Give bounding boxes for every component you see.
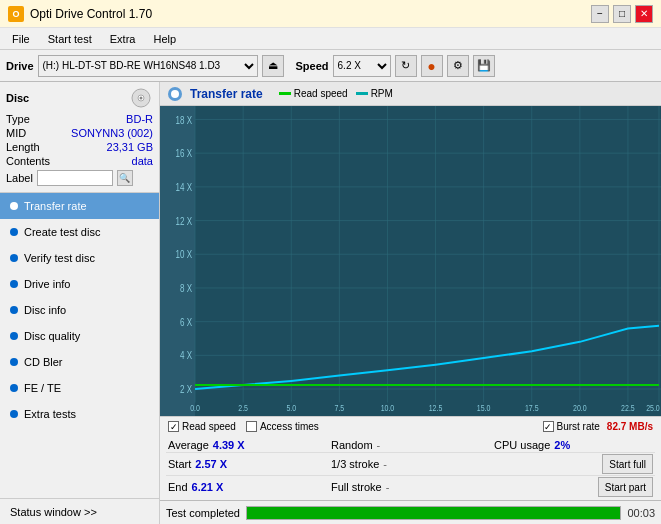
stat-random: Random - xyxy=(329,438,492,452)
chart-header: Transfer rate Read speed RPM xyxy=(160,82,661,106)
nav-label-disc-info: Disc info xyxy=(24,304,66,316)
disc-panel: Disc Type BD-R MID SONYNN3 (002 xyxy=(0,82,159,193)
nav-dot xyxy=(10,280,18,288)
menu-extra[interactable]: Extra xyxy=(102,31,144,47)
app-window: O Opti Drive Control 1.70 − □ ✕ File Sta… xyxy=(0,0,661,524)
nav-dot xyxy=(10,202,18,210)
legend-row: ✓ Read speed Access times ✓ Burst rate 8… xyxy=(160,416,661,436)
eject-button[interactable]: ⏏ xyxy=(262,55,284,77)
nav-label-disc-quality: Disc quality xyxy=(24,330,80,342)
burn-button[interactable]: ● xyxy=(421,55,443,77)
nav-dot xyxy=(10,306,18,314)
title-controls: − □ ✕ xyxy=(591,5,653,23)
disc-label-row: Label 🔍 xyxy=(6,168,153,188)
menu-start-test[interactable]: Start test xyxy=(40,31,100,47)
stat-end: End 6.21 X xyxy=(166,476,329,498)
nav-create-test-disc[interactable]: Create test disc xyxy=(0,219,159,245)
refresh-button[interactable]: ↻ xyxy=(395,55,417,77)
svg-text:16 X: 16 X xyxy=(176,147,193,159)
nav-cd-bler[interactable]: CD Bler xyxy=(0,349,159,375)
save-button[interactable]: 💾 xyxy=(473,55,495,77)
nav-verify-test-disc[interactable]: Verify test disc xyxy=(0,245,159,271)
drive-row: Drive (H:) HL-DT-ST BD-RE WH16NS48 1.D3 … xyxy=(0,50,661,82)
sidebar: Disc Type BD-R MID SONYNN3 (002 xyxy=(0,82,160,524)
title-bar: O Opti Drive Control 1.70 − □ ✕ xyxy=(0,0,661,28)
stat-start: Start 2.57 X xyxy=(166,453,329,475)
menu-file[interactable]: File xyxy=(4,31,38,47)
cpu-label: CPU usage xyxy=(494,439,550,451)
start-part-button[interactable]: Start part xyxy=(598,477,653,497)
read-speed-legend-text: Read speed xyxy=(182,421,236,432)
stats-row-1: Average 4.39 X Random - CPU usage 2% xyxy=(166,438,655,453)
menu-help[interactable]: Help xyxy=(145,31,184,47)
nav-dot xyxy=(10,410,18,418)
stats-row-3: End 6.21 X Full stroke - Start part xyxy=(166,476,655,498)
start-full-button[interactable]: Start full xyxy=(602,454,653,474)
svg-text:7.5: 7.5 xyxy=(334,402,344,413)
burst-rate-legend-text: Burst rate xyxy=(557,421,600,432)
chart-title: Transfer rate xyxy=(190,87,263,101)
nav-extra-tests[interactable]: Extra tests xyxy=(0,401,159,427)
maximize-button[interactable]: □ xyxy=(613,5,631,23)
nav-drive-info[interactable]: Drive info xyxy=(0,271,159,297)
label-input[interactable] xyxy=(37,170,113,186)
nav-label-drive-info: Drive info xyxy=(24,278,70,290)
drive-select[interactable]: (H:) HL-DT-ST BD-RE WH16NS48 1.D3 xyxy=(38,55,258,77)
minimize-button[interactable]: − xyxy=(591,5,609,23)
type-val: BD-R xyxy=(126,113,153,125)
nav-fe-te[interactable]: FE / TE xyxy=(0,375,159,401)
menu-bar: File Start test Extra Help xyxy=(0,28,661,50)
random-label: Random xyxy=(331,439,373,451)
start-part-cell: Start part xyxy=(492,476,655,498)
burst-rate-checkbox[interactable]: ✓ xyxy=(543,421,554,432)
nav-dot xyxy=(10,358,18,366)
disc-type-row: Type BD-R xyxy=(6,112,153,126)
rpm-legend: RPM xyxy=(356,88,393,99)
nav-dot xyxy=(10,384,18,392)
title-bar-left: O Opti Drive Control 1.70 xyxy=(8,6,152,22)
length-key: Length xyxy=(6,141,40,153)
status-window-button[interactable]: Status window >> xyxy=(0,498,159,524)
access-times-checkbox[interactable] xyxy=(246,421,257,432)
read-speed-legend: Read speed xyxy=(279,88,348,99)
svg-text:22.5: 22.5 xyxy=(621,402,635,413)
svg-text:20.0: 20.0 xyxy=(573,402,587,413)
nav-dot xyxy=(10,228,18,236)
progress-bar-outer xyxy=(246,506,621,520)
stats-row-2: Start 2.57 X 1/3 stroke - Start full xyxy=(166,453,655,476)
disc-length-row: Length 23,31 GB xyxy=(6,140,153,154)
label-btn[interactable]: 🔍 xyxy=(117,170,133,186)
svg-text:15.0: 15.0 xyxy=(477,402,491,413)
settings-button[interactable]: ⚙ xyxy=(447,55,469,77)
stroke-label: 1/3 stroke xyxy=(331,458,379,470)
chart-container: 18 X 16 X 14 X 12 X 10 X 8 X 6 X 4 X 2 X… xyxy=(160,106,661,416)
svg-text:17.5: 17.5 xyxy=(525,402,539,413)
svg-point-2 xyxy=(140,97,143,100)
svg-text:25.0 GB: 25.0 GB xyxy=(646,402,661,413)
read-speed-legend-label: Read speed xyxy=(294,88,348,99)
nav-transfer-rate[interactable]: Transfer rate xyxy=(0,193,159,219)
svg-text:6 X: 6 X xyxy=(180,315,193,327)
svg-text:10 X: 10 X xyxy=(176,248,193,260)
svg-text:10.0: 10.0 xyxy=(381,402,395,413)
average-val: 4.39 X xyxy=(213,439,245,451)
close-button[interactable]: ✕ xyxy=(635,5,653,23)
chart-icon xyxy=(168,87,182,101)
speed-select[interactable]: 6.2 X xyxy=(333,55,391,77)
start-val: 2.57 X xyxy=(195,458,227,470)
start-label: Start xyxy=(168,458,191,470)
read-speed-checkbox[interactable]: ✓ xyxy=(168,421,179,432)
status-text: Test completed xyxy=(166,507,240,519)
nav-disc-info[interactable]: Disc info xyxy=(0,297,159,323)
stats-area: Average 4.39 X Random - CPU usage 2% xyxy=(160,436,661,500)
svg-text:0.0: 0.0 xyxy=(190,402,200,413)
cpu-val: 2% xyxy=(554,439,570,451)
disc-contents-row: Contents data xyxy=(6,154,153,168)
disc-icon xyxy=(129,86,153,110)
stat-full-stroke: Full stroke - xyxy=(329,476,492,498)
rpm-legend-label: RPM xyxy=(371,88,393,99)
nav-disc-quality[interactable]: Disc quality xyxy=(0,323,159,349)
chart-svg: 18 X 16 X 14 X 12 X 10 X 8 X 6 X 4 X 2 X… xyxy=(160,106,661,416)
svg-text:12.5: 12.5 xyxy=(429,402,443,413)
nav-list: Transfer rate Create test disc Verify te… xyxy=(0,193,159,427)
